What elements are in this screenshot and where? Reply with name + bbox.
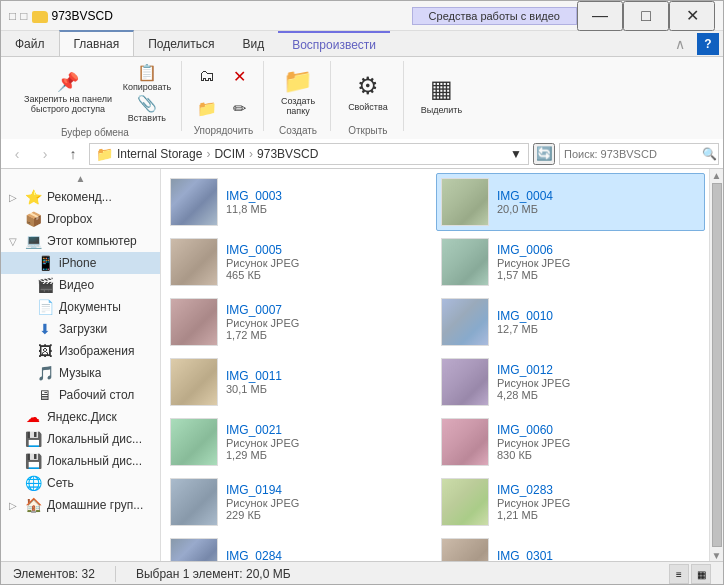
file-item[interactable]: IMG_0021 Рисунок JPEG 1,29 МБ (165, 413, 434, 471)
organize-btn1[interactable]: 🗂 (192, 61, 222, 91)
clipboard-label: Буфер обмена (61, 125, 129, 138)
forward-button[interactable]: › (33, 142, 57, 166)
tab-file[interactable]: Файл (1, 31, 59, 57)
sidebar-item-dropbox[interactable]: 📦 Dropbox (1, 208, 160, 230)
file-item[interactable]: IMG_0194 Рисунок JPEG 229 КБ (165, 473, 434, 531)
pin-label: Закрепить на панелибыстрого доступа (24, 95, 112, 115)
organize-icon1: 🗂 (199, 67, 215, 85)
network-icon: 🌐 (25, 475, 41, 491)
close-button[interactable]: ✕ (669, 1, 715, 31)
tab-home[interactable]: Главная (59, 30, 135, 56)
scroll-down-btn[interactable]: ▼ (711, 549, 723, 561)
sidebar-item-recommended[interactable]: ▷ ⭐ Рекоменд... (1, 186, 160, 208)
delete-button[interactable]: ✕ (224, 61, 254, 91)
file-item[interactable]: IMG_0004 20,0 МБ (436, 173, 705, 231)
dropdown-icon[interactable]: ▼ (510, 147, 522, 161)
sidebar-scrollbar[interactable]: ▲ ▼ (709, 169, 723, 561)
local1-icon: 💾 (25, 431, 41, 447)
up-button[interactable]: ↑ (61, 142, 85, 166)
new-folder-button[interactable]: 📁 Создатьпапку (274, 61, 322, 123)
video-tools-tab[interactable]: Средства работы с видео (412, 7, 577, 25)
sidebar-item-video[interactable]: 🎬 Видео (1, 274, 160, 296)
pin-button[interactable]: 📌 Закрепить на панелибыстрого доступа (17, 61, 119, 125)
file-thumbnail (441, 478, 489, 526)
new-folder-icon: 📁 (283, 67, 313, 95)
back-button[interactable]: ‹ (5, 142, 29, 166)
file-item[interactable]: IMG_0006 Рисунок JPEG 1,57 МБ (436, 233, 705, 291)
sidebar-item-documents[interactable]: 📄 Документы (1, 296, 160, 318)
move-icon: 📁 (197, 99, 217, 118)
sidebar-item-homegroup[interactable]: ▷ 🏠 Домашние груп... (1, 494, 160, 516)
path-sep2: › (249, 147, 253, 161)
paste-button[interactable]: 📎 Вставить (121, 94, 173, 124)
sidebar-item-yandex[interactable]: ☁ Яндекс.Диск (1, 406, 160, 428)
iphone-icon: 📱 (37, 255, 53, 271)
scroll-up-btn[interactable]: ▲ (711, 169, 723, 181)
expand-thispc: ▽ (9, 236, 19, 247)
file-name: IMG_0006 (497, 243, 700, 257)
file-item[interactable]: IMG_0005 Рисунок JPEG 465 КБ (165, 233, 434, 291)
title-bar: □ □ 973BVSCD Средства работы с видео — □… (1, 1, 723, 31)
file-size: 4,28 МБ (497, 389, 700, 401)
sidebar-label-images: Изображения (59, 344, 134, 358)
address-path[interactable]: 📁 Internal Storage › DCIM › 973BVSCD ▼ (89, 143, 529, 165)
tab-play[interactable]: Воспроизвести (278, 31, 390, 57)
select-button[interactable]: ▦ Выделить (414, 64, 470, 126)
file-type: Рисунок JPEG (226, 497, 429, 509)
sidebar-label-music: Музыка (59, 366, 101, 380)
file-size: 20,0 МБ (497, 203, 700, 215)
new-folder-label: Создатьпапку (281, 97, 315, 117)
file-item[interactable]: IMG_0011 30,1 МБ (165, 353, 434, 411)
file-item[interactable]: IMG_0283 Рисунок JPEG 1,21 МБ (436, 473, 705, 531)
file-item[interactable]: IMG_0007 Рисунок JPEG 1,72 МБ (165, 293, 434, 351)
sidebar: ▲ ▷ ⭐ Рекоменд... 📦 Dropbox ▽ 💻 Этот ком… (1, 169, 161, 561)
list-view-button[interactable]: ≡ (669, 564, 689, 584)
organize-label: Упорядочить (194, 123, 254, 136)
desktop-icon: 🖥 (37, 387, 53, 403)
sidebar-item-thispc[interactable]: ▽ 💻 Этот компьютер (1, 230, 160, 252)
file-item[interactable]: IMG_0003 11,8 МБ (165, 173, 434, 231)
file-item[interactable]: IMG_0010 12,7 МБ (436, 293, 705, 351)
sidebar-item-images[interactable]: 🖼 Изображения (1, 340, 160, 362)
file-thumbnail (170, 358, 218, 406)
file-name: IMG_0021 (226, 423, 429, 437)
copy-button[interactable]: 📋 Копировать (121, 63, 173, 93)
view-buttons: ≡ ▦ (669, 564, 711, 584)
search-input[interactable] (564, 148, 702, 160)
sidebar-item-music[interactable]: 🎵 Музыка (1, 362, 160, 384)
rename-button[interactable]: ✏ (224, 93, 254, 123)
file-item[interactable]: IMG_0284 Рисунок JPEG (165, 533, 434, 561)
paste-icon: 📎 (137, 94, 157, 113)
sidebar-label-thispc: Этот компьютер (47, 234, 137, 248)
sidebar-item-local1[interactable]: 💾 Локальный дис... (1, 428, 160, 450)
thispc-icon: 💻 (25, 233, 41, 249)
search-box[interactable]: 🔍 (559, 143, 719, 165)
maximize-button[interactable]: □ (623, 1, 669, 31)
tab-share[interactable]: Поделиться (134, 31, 228, 57)
title-bar-icons: □ □ (9, 9, 52, 23)
file-item[interactable]: IMG_0060 Рисунок JPEG 830 КБ (436, 413, 705, 471)
status-total: Элементов: 32 (13, 567, 95, 581)
sidebar-item-desktop[interactable]: 🖥 Рабочий стол (1, 384, 160, 406)
refresh-button[interactable]: 🔄 (533, 143, 555, 165)
sidebar-label-homegroup: Домашние груп... (47, 498, 143, 512)
sidebar-item-downloads[interactable]: ⬇ Загрузки (1, 318, 160, 340)
sidebar-item-local2[interactable]: 💾 Локальный дис... (1, 450, 160, 472)
file-info: IMG_0011 30,1 МБ (226, 369, 429, 395)
file-name: IMG_0283 (497, 483, 700, 497)
properties-button[interactable]: ⚙ Свойства (341, 61, 395, 123)
tab-view[interactable]: Вид (228, 31, 278, 57)
file-name: IMG_0010 (497, 309, 700, 323)
grid-view-button[interactable]: ▦ (691, 564, 711, 584)
ribbon-expand-button[interactable]: ∧ (667, 31, 693, 56)
help-button[interactable]: ? (697, 33, 719, 55)
file-item[interactable]: IMG_0012 Рисунок JPEG 4,28 МБ (436, 353, 705, 411)
sidebar-item-network[interactable]: 🌐 Сеть (1, 472, 160, 494)
create-buttons: 📁 Создатьпапку (274, 61, 322, 123)
scroll-thumb-sidebar[interactable] (712, 183, 722, 547)
file-item[interactable]: IMG_0301 Рисунок JPEG (436, 533, 705, 561)
move-button[interactable]: 📁 (192, 93, 222, 123)
sidebar-item-iphone[interactable]: 📱 iPhone (1, 252, 160, 274)
minimize-button[interactable]: — (577, 1, 623, 31)
open-label: Открыть (348, 123, 387, 136)
